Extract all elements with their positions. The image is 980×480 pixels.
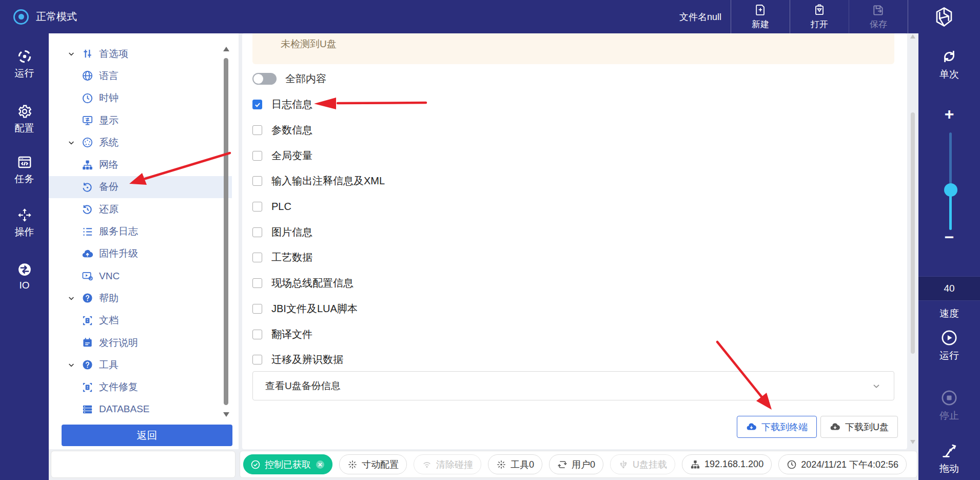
backup-checkbox-row[interactable]: 工艺数据: [242, 245, 907, 271]
usb-backup-info-dropdown[interactable]: 查看U盘备份信息: [252, 371, 894, 400]
status-pill-label: U盘挂载: [633, 458, 667, 471]
download-to-usb-button[interactable]: 下载到U盘: [820, 416, 898, 438]
left-nav-item[interactable]: 运行: [0, 49, 49, 80]
settings-menu-item[interactable]: 工具: [49, 354, 232, 376]
back-button[interactable]: 返回: [62, 425, 232, 446]
settings-menu-item[interactable]: 固件升级: [49, 243, 232, 265]
download-button-label: 下载到U盘: [845, 421, 889, 433]
backup-checkbox-row[interactable]: JBI文件及LUA脚本: [242, 296, 907, 322]
left-nav-item-label: 操作: [15, 225, 34, 239]
settings-menu-item[interactable]: 首选项: [49, 43, 232, 65]
backup-checkbox-row[interactable]: 迁移及辨识数据: [242, 347, 907, 373]
status-pill[interactable]: 寸动配置: [339, 454, 407, 474]
single-cycle-button[interactable]: 单次: [918, 48, 980, 81]
mode-radio-icon: [13, 9, 29, 25]
status-pill[interactable]: 控制已获取: [243, 454, 332, 474]
download-to-terminal-button[interactable]: 下载到终端: [737, 416, 817, 438]
clock-icon: [82, 92, 93, 104]
all-content-toggle-row: 全部内容: [252, 70, 326, 87]
settings-menu-item[interactable]: 网络: [49, 153, 232, 176]
settings-menu-item[interactable]: 还原: [49, 198, 232, 220]
scroll-up-arrow-icon[interactable]: [223, 47, 229, 51]
checkbox-unchecked[interactable]: [252, 151, 262, 161]
settings-menu-item-label: 还原: [99, 203, 119, 216]
backup-checkbox-row[interactable]: 图片信息: [242, 219, 907, 245]
checkbox-unchecked[interactable]: [252, 355, 262, 364]
status-pill[interactable]: 工具0: [488, 454, 542, 474]
settings-menu-item[interactable]: 时钟: [49, 87, 232, 109]
status-pill-label: 工具0: [511, 458, 534, 471]
topbar-action-button[interactable]: 新建: [731, 0, 790, 33]
user-frame-icon: [557, 459, 567, 470]
settings-menu-item-label: 帮助: [99, 292, 119, 305]
jog-config-icon: [347, 459, 358, 470]
restore-icon: [82, 203, 93, 215]
settings-menu-item[interactable]: 备份: [49, 176, 232, 198]
settings-menu-item[interactable]: VNC: [49, 265, 232, 287]
left-nav-item[interactable]: 操作: [0, 207, 49, 239]
settings-menu-item[interactable]: 系统: [49, 131, 232, 153]
tools-icon: [82, 359, 93, 371]
settings-menu-item[interactable]: 帮助: [49, 287, 232, 309]
help-icon: [82, 292, 93, 304]
left-nav-item[interactable]: 配置: [0, 104, 49, 135]
settings-menu-item[interactable]: 发行说明: [49, 332, 232, 354]
scroll-up-arrow-icon[interactable]: [910, 34, 915, 39]
network-node-icon: [690, 459, 700, 470]
backup-checkbox-row[interactable]: 参数信息: [242, 118, 907, 143]
chevron-expand-icon: [67, 361, 75, 369]
settings-menu-item[interactable]: DATABASE: [49, 398, 232, 420]
status-pill[interactable]: 用户0: [549, 454, 603, 474]
checkbox-unchecked[interactable]: [252, 330, 262, 339]
backup-checkbox-row[interactable]: 翻译文件: [242, 321, 907, 347]
drag-button[interactable]: 拖动: [918, 442, 980, 475]
status-pill-label: 2024/11/21 下午4:02:56: [801, 458, 898, 471]
backup-checkbox-row[interactable]: 输入输出注释信息及XML: [242, 168, 907, 194]
checkbox-unchecked[interactable]: [252, 304, 262, 314]
status-pill[interactable]: 2024/11/21 下午4:02:56: [778, 454, 907, 474]
checkbox-unchecked[interactable]: [252, 227, 262, 237]
settings-menu-item-label: 显示: [99, 114, 119, 127]
settings-menu-item-label: 语言: [99, 69, 119, 83]
speed-minus-button[interactable]: −: [918, 228, 980, 246]
speed-plus-button[interactable]: +: [918, 105, 980, 123]
scroll-down-arrow-icon[interactable]: [910, 440, 915, 444]
backup-checkbox-row[interactable]: 现场总线配置信息: [242, 271, 907, 296]
all-content-toggle[interactable]: [252, 73, 277, 85]
statusbar: 控制已获取寸动配置清除碰撞工具0用户0U盘挂载192.168.1.2002024…: [240, 451, 917, 478]
settings-menu-item[interactable]: 文件修复: [49, 376, 232, 398]
content-scrollbar-thumb[interactable]: [911, 112, 915, 354]
drag-label: 拖动: [939, 462, 959, 475]
scroll-down-arrow-icon[interactable]: [223, 412, 229, 417]
left-nav-item[interactable]: 任务: [0, 155, 49, 186]
topbar-action-button[interactable]: 打开: [790, 0, 849, 33]
checkbox-checked[interactable]: [252, 100, 262, 109]
settings-menu-item-label: 发行说明: [99, 336, 138, 350]
speed-slider-thumb[interactable]: [944, 183, 957, 197]
run-button[interactable]: 运行: [918, 329, 980, 362]
settings-menu-item[interactable]: 显示: [49, 109, 232, 131]
left-nav-item[interactable]: IO: [0, 262, 49, 291]
settings-menu-item[interactable]: 服务日志: [49, 220, 232, 242]
backup-checkbox-row[interactable]: PLC: [242, 194, 907, 220]
stop-label: 停止: [939, 409, 959, 423]
checkbox-unchecked[interactable]: [252, 125, 262, 135]
checkbox-unchecked[interactable]: [252, 176, 262, 186]
menu-scrollbar[interactable]: [222, 47, 230, 424]
status-pill[interactable]: 192.168.1.200: [682, 454, 772, 474]
settings-menu-list: 首选项语言时钟显示系统网络备份还原服务日志固件升级VNC帮助文档发行说明工具文件…: [49, 43, 239, 420]
backup-checkbox-row[interactable]: 日志信息: [242, 92, 907, 118]
settings-menu-item[interactable]: 文档: [49, 310, 232, 332]
settings-menu-item[interactable]: 语言: [49, 65, 232, 87]
menu-scrollbar-thumb[interactable]: [224, 58, 228, 405]
backup-checkbox-row[interactable]: 全局变量: [242, 143, 907, 168]
checkbox-unchecked[interactable]: [252, 253, 262, 262]
content-scrollbar[interactable]: [909, 33, 917, 449]
database-icon: [82, 404, 93, 415]
checkbox-unchecked[interactable]: [252, 278, 262, 288]
checkbox-label: 全局变量: [271, 149, 312, 163]
cloud-download-icon: [830, 421, 840, 432]
mode-indicator[interactable]: 正常模式: [13, 9, 77, 25]
speed-slider-track[interactable]: [949, 132, 952, 184]
checkbox-unchecked[interactable]: [252, 202, 262, 212]
